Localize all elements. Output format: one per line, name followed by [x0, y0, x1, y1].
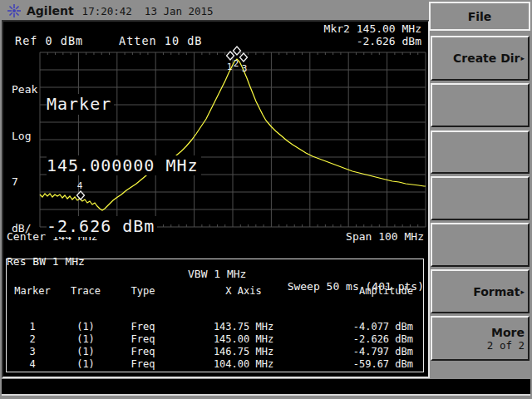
- agilent-logo-icon: [7, 3, 22, 18]
- softkey-page-indicator: 2 of 2: [487, 339, 525, 352]
- softkey-label: Create Dir: [453, 52, 520, 65]
- brand-label: Agilent: [27, 4, 74, 17]
- softkey-create-dir[interactable]: Create Dir ▸: [431, 36, 530, 81]
- svg-text:2: 2: [234, 58, 239, 69]
- marker-overlay-title: Marker: [47, 94, 114, 115]
- softkey-blank-2[interactable]: [431, 131, 530, 174]
- softkey-menu-title: File: [429, 2, 530, 31]
- marker-overlay-ampl: -2.626 dBm: [47, 216, 157, 237]
- softkey-blank-1[interactable]: [431, 83, 530, 127]
- softkey-label: Format: [473, 285, 520, 298]
- softkey-blank-3[interactable]: [431, 176, 530, 220]
- softkey-blank-4[interactable]: [431, 223, 530, 267]
- svg-text:3: 3: [242, 63, 248, 74]
- marker-overlay-freq: 145.000000 MHz: [47, 155, 201, 176]
- marker-readout-overlay: Marker 145.000000 MHz -2.626 dBm: [47, 53, 201, 278]
- instrument-front-panel: Agilent 17:20:42 13 Jan 2015 1234 Mkr2 1…: [0, 0, 532, 399]
- softkey-label: More: [491, 326, 525, 339]
- submenu-arrow-icon: ▸: [520, 288, 525, 296]
- softkey-more[interactable]: More 2 of 2: [431, 316, 530, 361]
- datetime-label: 17:20:42 13 Jan 2015: [82, 5, 214, 17]
- submenu-arrow-icon: ▸: [520, 54, 525, 62]
- crt-screen: 1234 Mkr2 145.00 MHz -2.626 dBm Ref 0 dB…: [2, 20, 430, 378]
- svg-text:1: 1: [227, 62, 233, 72]
- bottom-status-strip: [2, 379, 530, 396]
- softkey-format[interactable]: Format ▸: [431, 269, 530, 313]
